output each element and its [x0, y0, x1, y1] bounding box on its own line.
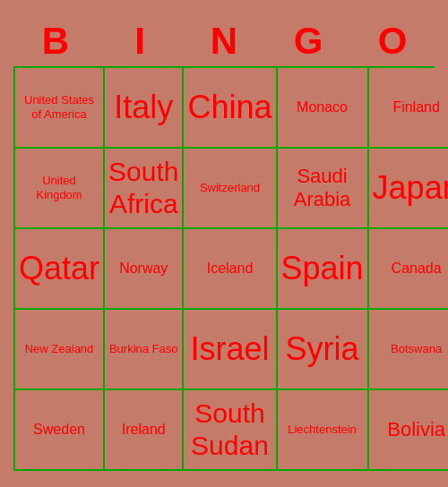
cell-text-10: Qatar: [19, 249, 99, 287]
cell-text-12: Iceland: [207, 260, 254, 277]
bingo-cell-6: South Africa: [105, 149, 184, 229]
cell-text-17: Israel: [190, 329, 269, 368]
cell-text-7: Switzerland: [200, 181, 260, 195]
bingo-cell-5: United Kingdom: [15, 149, 105, 229]
cell-text-19: Botswana: [391, 342, 442, 356]
bingo-cell-12: Iceland: [184, 229, 277, 310]
cell-text-13: Spain: [281, 249, 364, 287]
bingo-cell-19: Botswana: [369, 310, 448, 390]
cell-text-4: Finland: [392, 98, 439, 115]
cell-text-20: Sweden: [33, 421, 85, 438]
bingo-cell-15: New Zealand: [15, 310, 105, 390]
bingo-cell-7: Switzerland: [184, 149, 277, 229]
bingo-cell-8: Saudi Arabia: [278, 149, 369, 229]
bingo-cell-21: Ireland: [105, 390, 184, 471]
header-letter-g: G: [266, 16, 350, 66]
header-letter-i: I: [98, 16, 182, 66]
bingo-grid: United States of AmericaItalyChinaMonaco…: [13, 66, 435, 471]
bingo-cell-2: China: [184, 68, 277, 149]
cell-text-14: Canada: [392, 260, 442, 277]
cell-text-9: Japan: [373, 168, 448, 207]
bingo-cell-0: United States of America: [15, 68, 105, 149]
bingo-cell-16: Burkina Faso: [105, 310, 184, 390]
bingo-cell-23: Liechtenstein: [278, 390, 369, 471]
bingo-card: BINGO United States of AmericaItalyChina…: [13, 16, 435, 471]
header-letter-n: N: [182, 16, 266, 66]
cell-text-5: United Kingdom: [19, 174, 99, 201]
bingo-cell-10: Qatar: [15, 229, 105, 310]
bingo-cell-9: Japan: [369, 149, 448, 229]
cell-text-6: South Africa: [108, 156, 178, 220]
cell-text-11: Norway: [119, 260, 168, 277]
cell-text-0: United States of America: [19, 93, 99, 121]
cell-text-8: Saudi Arabia: [281, 165, 364, 212]
bingo-header: BINGO: [13, 16, 435, 66]
bingo-cell-17: Israel: [184, 310, 277, 390]
cell-text-23: Liechtenstein: [288, 423, 357, 437]
cell-text-24: Bolivia: [387, 418, 445, 441]
bingo-cell-3: Monaco: [278, 68, 369, 149]
cell-text-1: Italy: [114, 88, 173, 126]
header-letter-b: B: [13, 16, 98, 66]
cell-text-22: South Sudan: [187, 397, 271, 462]
cell-text-15: New Zealand: [25, 342, 94, 356]
header-letter-o: O: [350, 16, 435, 66]
bingo-cell-18: Syria: [278, 310, 369, 390]
bingo-cell-4: Finland: [369, 68, 448, 149]
cell-text-3: Monaco: [297, 98, 348, 115]
bingo-cell-22: South Sudan: [184, 390, 277, 471]
bingo-cell-14: Canada: [369, 229, 448, 310]
bingo-cell-20: Sweden: [15, 390, 105, 471]
cell-text-2: China: [187, 88, 271, 126]
bingo-cell-1: Italy: [105, 68, 184, 149]
cell-text-21: Ireland: [122, 421, 166, 438]
bingo-cell-13: Spain: [278, 229, 369, 310]
cell-text-18: Syria: [286, 329, 359, 368]
bingo-cell-24: Bolivia: [369, 390, 448, 471]
bingo-cell-11: Norway: [105, 229, 184, 310]
cell-text-16: Burkina Faso: [109, 342, 178, 356]
